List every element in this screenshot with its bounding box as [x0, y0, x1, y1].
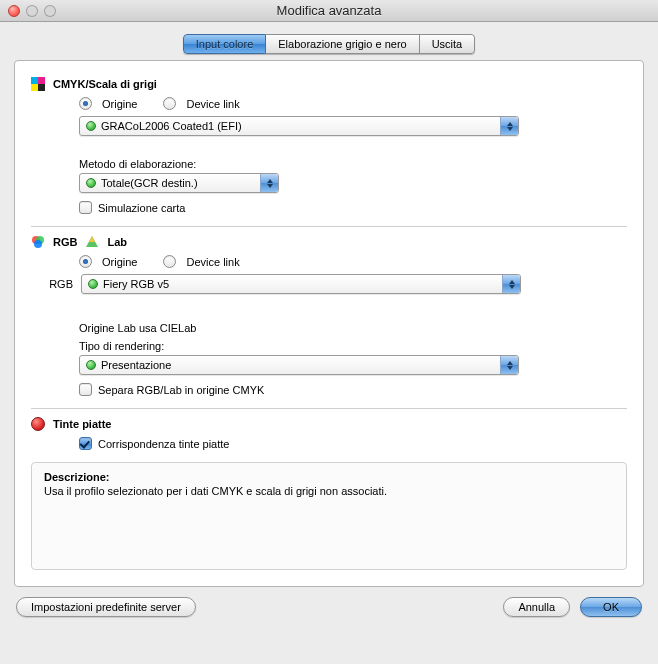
- cmyk-processing-dropdown[interactable]: Totale(GCR destin.): [79, 173, 279, 193]
- rgb-side-label: RGB: [45, 278, 73, 290]
- tab-input-colore[interactable]: Input colore: [183, 34, 266, 54]
- traffic-lights: [8, 5, 56, 17]
- dropdown-arrows-icon: [500, 117, 518, 135]
- rgb-profile-value: Fiery RGB v5: [103, 278, 169, 290]
- spot-match-label: Corrispondenza tinte piatte: [98, 438, 229, 450]
- status-ok-icon: [88, 279, 98, 289]
- lab-icon: [85, 235, 99, 249]
- svg-rect-2: [31, 84, 38, 91]
- rgb-origine-label: Origine: [102, 256, 137, 268]
- cmyk-profile-dropdown[interactable]: GRACoL2006 Coated1 (EFI): [79, 116, 519, 136]
- rendering-dropdown[interactable]: Presentazione: [79, 355, 519, 375]
- cancel-button[interactable]: Annulla: [503, 597, 570, 617]
- paper-simulation-label: Simulazione carta: [98, 202, 185, 214]
- cmyk-devicelink-label: Device link: [186, 98, 239, 110]
- tab-elaborazione-grigio-nero[interactable]: Elaborazione grigio e nero: [266, 34, 419, 54]
- rendering-value: Presentazione: [101, 359, 171, 371]
- section-cmyk: CMYK/Scala di grigi Origine Device link …: [31, 69, 627, 226]
- paper-simulation-checkbox[interactable]: [79, 201, 92, 214]
- status-ok-icon: [86, 178, 96, 188]
- tab-uscita[interactable]: Uscita: [420, 34, 476, 54]
- dropdown-arrows-icon: [260, 174, 278, 192]
- cmyk-origine-radio[interactable]: [79, 97, 92, 110]
- section-spot: Tinte piatte Corrispondenza tinte piatte: [31, 408, 627, 454]
- cmyk-processing-value: Totale(GCR destin.): [101, 177, 198, 189]
- svg-rect-1: [38, 77, 45, 84]
- cmyk-devicelink-radio[interactable]: [163, 97, 176, 110]
- svg-rect-3: [38, 84, 45, 91]
- zoom-window-button[interactable]: [44, 5, 56, 17]
- tab-bar: Input colore Elaborazione grigio e nero …: [14, 34, 644, 54]
- server-defaults-button[interactable]: Impostazioni predefinite server: [16, 597, 196, 617]
- description-text: Usa il profilo selezionato per i dati CM…: [44, 485, 614, 497]
- status-ok-icon: [86, 121, 96, 131]
- cmyk-profile-value: GRACoL2006 Coated1 (EFI): [101, 120, 242, 132]
- window-titlebar: Modifica avanzata: [0, 0, 658, 22]
- close-window-button[interactable]: [8, 5, 20, 17]
- spot-color-icon: [31, 417, 45, 431]
- description-title: Descrizione:: [44, 471, 614, 483]
- minimize-window-button[interactable]: [26, 5, 38, 17]
- rgb-devicelink-radio[interactable]: [163, 255, 176, 268]
- rgb-heading: RGB: [53, 236, 77, 248]
- section-rgb-lab: RGB Lab Origine Device link RGB: [31, 226, 627, 408]
- settings-panel: CMYK/Scala di grigi Origine Device link …: [14, 60, 644, 587]
- description-box: Descrizione: Usa il profilo selezionato …: [31, 462, 627, 570]
- lab-heading: Lab: [107, 236, 127, 248]
- svg-rect-0: [31, 77, 38, 84]
- dropdown-arrows-icon: [502, 275, 520, 293]
- cmyk-heading: CMYK/Scala di grigi: [53, 78, 157, 90]
- dropdown-arrows-icon: [500, 356, 518, 374]
- svg-marker-8: [89, 236, 95, 242]
- spot-heading: Tinte piatte: [53, 418, 111, 430]
- status-ok-icon: [86, 360, 96, 370]
- separate-rgb-lab-checkbox[interactable]: [79, 383, 92, 396]
- ok-button[interactable]: OK: [580, 597, 642, 617]
- cmyk-origine-label: Origine: [102, 98, 137, 110]
- window-title: Modifica avanzata: [0, 3, 658, 18]
- rendering-label: Tipo di rendering:: [79, 340, 627, 352]
- rgb-icon: [31, 235, 45, 249]
- spot-match-checkbox[interactable]: [79, 437, 92, 450]
- content-area: Input colore Elaborazione grigio e nero …: [0, 22, 658, 627]
- cmyk-processing-label: Metodo di elaborazione:: [79, 158, 627, 170]
- rgb-profile-dropdown[interactable]: Fiery RGB v5: [81, 274, 521, 294]
- separate-rgb-lab-label: Separa RGB/Lab in origine CMYK: [98, 384, 264, 396]
- lab-note: Origine Lab usa CIELab: [79, 322, 627, 334]
- svg-point-6: [34, 240, 42, 248]
- rgb-origine-radio[interactable]: [79, 255, 92, 268]
- cmyk-icon: [31, 77, 45, 91]
- rgb-devicelink-label: Device link: [186, 256, 239, 268]
- footer: Impostazioni predefinite server Annulla …: [14, 597, 644, 617]
